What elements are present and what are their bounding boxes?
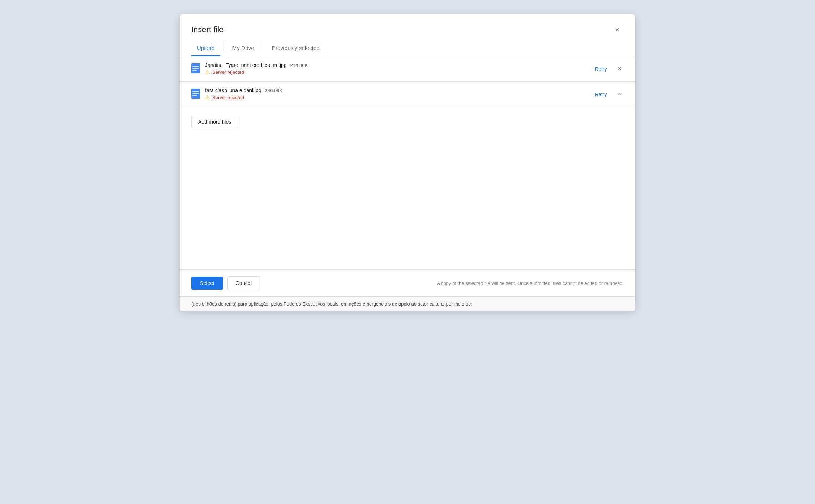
footer-left: Select Cancel (191, 276, 260, 290)
select-button[interactable]: Select (191, 277, 223, 290)
tab-divider-2 (263, 42, 263, 51)
file-icon (191, 63, 200, 74)
file-status: Server rejected (212, 69, 244, 75)
file-row: fara clash luna e dani.jpg 346.09K ⚠ Ser… (180, 82, 635, 107)
file-row: Janaina_Tyaro_print creditos_m .jpg 214.… (180, 56, 635, 82)
bg-strip-text: (tres bilhões de reais) para aplicação, … (191, 301, 472, 307)
file-actions: Retry × (592, 64, 624, 74)
remove-button[interactable]: × (615, 64, 624, 74)
file-status: Server rejected (212, 95, 244, 100)
insert-file-dialog: Insert file × Upload My Drive Previously… (180, 14, 635, 311)
svg-rect-2 (192, 68, 199, 69)
svg-rect-6 (192, 93, 199, 94)
file-list: Janaina_Tyaro_print creditos_m .jpg 214.… (180, 56, 635, 203)
background-text-strip: (tres bilhões de reais) para aplicação, … (180, 296, 635, 311)
svg-rect-3 (192, 70, 197, 71)
file-icon (191, 89, 200, 100)
svg-rect-7 (192, 95, 197, 96)
file-size: 214.36K (290, 63, 308, 68)
file-name: fara clash luna e dani.jpg (205, 87, 261, 93)
retry-button[interactable]: Retry (592, 65, 610, 73)
dialog-title: Insert file (191, 25, 223, 34)
dialog-header: Insert file × (180, 14, 635, 36)
file-name-row: Janaina_Tyaro_print creditos_m .jpg 214.… (205, 62, 583, 68)
file-info: fara clash luna e dani.jpg 346.09K ⚠ Ser… (205, 87, 583, 101)
tab-previously-selected[interactable]: Previously selected (266, 40, 325, 56)
close-button[interactable]: × (611, 23, 624, 36)
tab-divider (223, 42, 223, 51)
dialog-footer: Select Cancel A copy of the selected fil… (180, 269, 635, 296)
tab-upload[interactable]: Upload (191, 40, 220, 56)
file-info: Janaina_Tyaro_print creditos_m .jpg 214.… (205, 62, 583, 76)
warning-icon: ⚠ (205, 94, 210, 101)
file-status-row: ⚠ Server rejected (205, 69, 583, 76)
warning-icon: ⚠ (205, 69, 210, 76)
close-icon: × (615, 26, 619, 34)
svg-rect-1 (192, 66, 199, 67)
add-more-files-button[interactable]: Add more files (191, 116, 238, 128)
file-status-row: ⚠ Server rejected (205, 94, 583, 101)
retry-button[interactable]: Retry (592, 90, 610, 99)
footer-note: A copy of the selected file will be sent… (437, 281, 624, 286)
cancel-button[interactable]: Cancel (227, 276, 260, 290)
page-background: Insert file × Upload My Drive Previously… (7, 7, 808, 504)
remove-button[interactable]: × (615, 89, 624, 99)
file-name: Janaina_Tyaro_print creditos_m .jpg (205, 62, 287, 68)
tab-bar: Upload My Drive Previously selected (180, 40, 635, 56)
add-files-area: Add more files (180, 107, 635, 137)
file-size: 346.09K (265, 88, 282, 93)
svg-rect-5 (192, 91, 199, 92)
file-name-row: fara clash luna e dani.jpg 346.09K (205, 87, 583, 93)
file-actions: Retry × (592, 89, 624, 99)
tab-my-drive[interactable]: My Drive (226, 40, 260, 56)
